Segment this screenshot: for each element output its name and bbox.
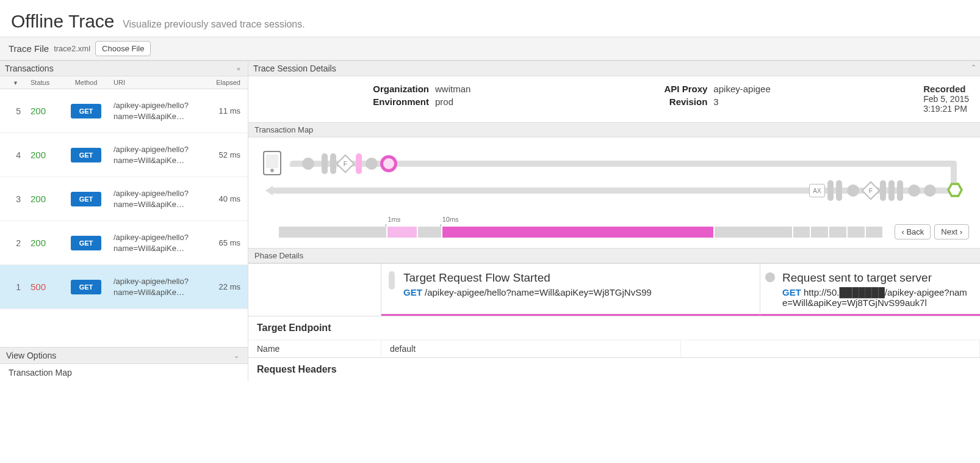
- transaction-row[interactable]: 5200GET/apikey-apigee/hello?name=Will&ap…: [0, 89, 248, 133]
- transaction-row[interactable]: 1500GET/apikey-apigee/hello?name=Will&ap…: [0, 265, 248, 309]
- flow-step-dot[interactable]: [924, 184, 936, 197]
- transaction-index: 4: [0, 148, 27, 162]
- col-header-elapsed[interactable]: Elapsed: [205, 76, 248, 89]
- transaction-elapsed: 52 ms: [205, 148, 248, 162]
- target-endpoint-section: Target Endpoint Name default: [248, 316, 980, 357]
- transaction-elapsed: 40 ms: [205, 192, 248, 206]
- target-endpoint-name-value: default: [381, 340, 681, 357]
- recorded-label: Recorded: [923, 84, 969, 94]
- collapse-left-icon[interactable]: «: [234, 65, 243, 72]
- http-verb: GET: [782, 287, 801, 297]
- ax-policy-icon[interactable]: AX: [809, 184, 825, 197]
- arrow-left-icon: [265, 186, 273, 195]
- trace-file-label: Trace File: [9, 43, 49, 54]
- col-header-status[interactable]: Status: [27, 76, 62, 89]
- transaction-uri: /apikey-apigee/hello?name=Will&apiKe…: [110, 98, 205, 124]
- method-badge: GET: [71, 192, 102, 206]
- phase-card-request-sent[interactable]: Request sent to target server GET http:/…: [760, 264, 980, 316]
- proxy-label: API Proxy: [641, 84, 707, 94]
- method-badge: GET: [71, 104, 102, 118]
- view-options-expand-icon[interactable]: ⌄: [231, 352, 242, 360]
- transaction-uri: /apikey-apigee/hello?name=Will&apiKe…: [110, 186, 205, 212]
- target-endpoint-name-label: Name: [248, 340, 381, 357]
- env-label: Environment: [363, 97, 429, 107]
- transaction-elapsed: 22 ms: [205, 280, 248, 294]
- recorded-date: Feb 5, 2015: [923, 94, 969, 104]
- transaction-row[interactable]: 2200GET/apikey-apigee/hello?name=Will&ap…: [0, 221, 248, 265]
- trace-file-toolbar: Trace File trace2.xml Choose File: [0, 37, 980, 60]
- back-button[interactable]: ‹ Back: [895, 224, 931, 239]
- transactions-panel-title: Transactions: [5, 64, 54, 73]
- page-title: Offline Trace: [11, 11, 115, 32]
- transaction-status: 200: [27, 235, 62, 250]
- method-badge: GET: [71, 236, 102, 250]
- client-device-icon[interactable]: [263, 151, 281, 175]
- target-node-icon[interactable]: [947, 182, 963, 198]
- phase-dot-icon: [765, 272, 775, 282]
- transaction-map: F AX F: [248, 137, 980, 218]
- flow-step-pill[interactable]: [897, 180, 903, 201]
- col-header-uri[interactable]: URI: [110, 76, 205, 89]
- transaction-uri: /apikey-apigee/hello?name=Will&apiKe…: [110, 142, 205, 168]
- choose-file-button[interactable]: Choose File: [95, 41, 151, 56]
- transaction-index: 3: [0, 192, 27, 206]
- request-headers-section: Request Headers: [248, 357, 980, 381]
- recorded-time: 3:19:21 PM: [923, 104, 969, 114]
- view-option-transaction-map[interactable]: Transaction Map: [0, 364, 248, 381]
- flow-step-pill[interactable]: [888, 180, 895, 201]
- phase-cards: Target Request Flow Started GET /apikey-…: [248, 263, 980, 316]
- rev-label: Revision: [641, 97, 707, 107]
- http-verb: GET: [403, 287, 422, 297]
- col-header-method[interactable]: Method: [62, 76, 110, 89]
- transaction-status: 200: [27, 103, 62, 118]
- transaction-status: 200: [27, 191, 62, 206]
- flow-condition-icon[interactable]: F: [336, 154, 355, 173]
- org-value: wwitman: [435, 84, 470, 94]
- env-value: prod: [435, 97, 453, 107]
- transaction-index: 5: [0, 104, 27, 118]
- flow-step-selected[interactable]: [380, 155, 397, 172]
- transaction-row[interactable]: 3200GET/apikey-apigee/hello?name=Will&ap…: [0, 177, 248, 221]
- request-path: /apikey-apigee/hello?name=Will&apiKey=Wj…: [425, 287, 652, 297]
- flow-step-pill[interactable]: [836, 180, 842, 201]
- flow-step-pill-active[interactable]: [356, 153, 362, 174]
- transaction-status: 500: [27, 279, 62, 294]
- proxy-value: apikey-apigee: [713, 84, 770, 94]
- transaction-status: 200: [27, 147, 62, 162]
- flow-step-pill[interactable]: [322, 153, 328, 174]
- flow-step-dot[interactable]: [366, 158, 378, 170]
- flow-step-pill[interactable]: [880, 180, 886, 201]
- transaction-uri: /apikey-apigee/hello?name=Will&apiKe…: [110, 274, 205, 300]
- timeline-bar[interactable]: 1ms 10ms: [279, 227, 884, 238]
- method-badge: GET: [71, 280, 102, 294]
- phase-pill-icon: [389, 271, 395, 290]
- sort-caret-icon[interactable]: ▼: [13, 80, 18, 86]
- view-options-title: View Options: [6, 351, 56, 360]
- method-badge: GET: [71, 148, 102, 162]
- trace-details-panel: Trace Session Details ⌃ Organization wwi…: [248, 61, 980, 381]
- phase-details-header: Phase Details: [248, 248, 980, 263]
- time-tick-10ms: 10ms: [442, 216, 459, 223]
- flow-step-dot[interactable]: [302, 158, 314, 170]
- transaction-index: 2: [0, 236, 27, 250]
- transaction-row[interactable]: 4200GET/apikey-apigee/hello?name=Will&ap…: [0, 133, 248, 177]
- view-options-panel: View Options ⌄ Transaction Map: [0, 347, 248, 381]
- transaction-index: 1: [0, 280, 27, 294]
- rev-value: 3: [713, 97, 718, 107]
- target-endpoint-title: Target Endpoint: [248, 316, 980, 340]
- transaction-elapsed: 65 ms: [205, 236, 248, 250]
- next-button[interactable]: Next ›: [934, 224, 969, 239]
- transaction-uri: /apikey-apigee/hello?name=Will&apiKe…: [110, 230, 205, 256]
- expand-details-icon[interactable]: ⌃: [971, 64, 976, 71]
- transaction-map-header: Transaction Map: [248, 122, 980, 137]
- phase-card-target-request[interactable]: Target Request Flow Started GET /apikey-…: [381, 264, 760, 316]
- page-subtitle: Visualize previously saved trace session…: [123, 19, 305, 29]
- flow-step-pill[interactable]: [827, 180, 834, 201]
- trace-details-title: Trace Session Details: [253, 64, 336, 73]
- transactions-table: ▼ Status Method URI Elapsed 5200GET/apik…: [0, 76, 248, 309]
- flow-step-dot[interactable]: [908, 184, 920, 197]
- flow-step-dot[interactable]: [847, 184, 859, 197]
- transaction-elapsed: 11 ms: [205, 104, 248, 118]
- request-url: http://50.███████/apikey-apigee?name=Wil…: [782, 287, 967, 308]
- trace-file-name: trace2.xml: [54, 44, 90, 53]
